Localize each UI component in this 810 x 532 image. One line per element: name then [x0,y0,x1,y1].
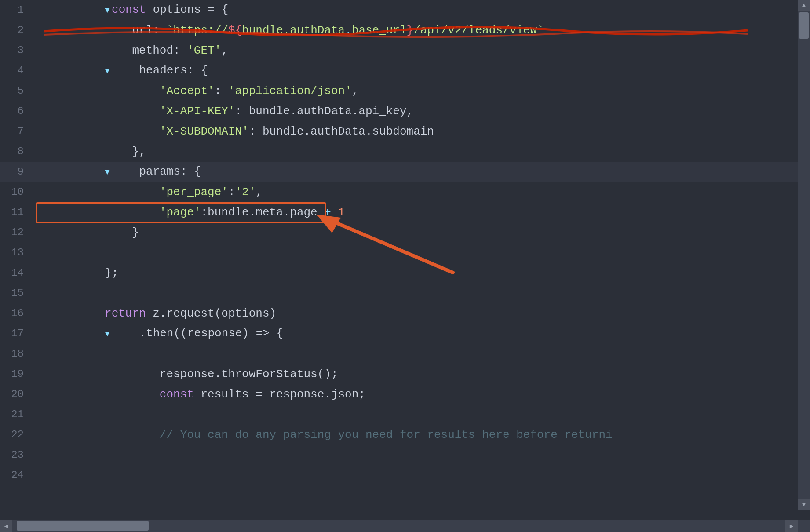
code-line-14: 14 }; [0,263,810,283]
code-line-12: 12 } [0,222,810,243]
code-area: 1 ▼const options = { 2 url: `https://${b… [0,0,810,532]
line-number-19: 19 [0,364,32,384]
line-number-23: 23 [0,445,32,465]
code-line-17: 17 ▼ .then((response) => { [0,324,810,344]
line-number-15: 15 [0,283,32,303]
line-number-14: 14 [0,263,32,283]
line-number-10: 10 [0,182,32,202]
line-number-21: 21 [0,404,32,425]
line-number-20: 20 [0,384,32,404]
line-number-17: 17 [0,324,32,344]
collapse-icon-17[interactable]: ▼ [105,329,110,339]
line-number-8: 8 [0,142,32,162]
line-number-24: 24 [0,465,32,485]
line-number-12: 12 [0,222,32,243]
code-lines: 1 ▼const options = { 2 url: `https://${b… [0,0,810,532]
code-line-23: 23 [0,445,810,465]
line-number-4: 4 [0,61,32,81]
code-line-20: 20 const results = response.json; [0,384,810,404]
vertical-scrollbar[interactable]: ▲ ▼ [798,0,810,510]
scroll-up-arrow[interactable]: ▲ [798,0,810,11]
line-number-2: 2 [0,20,32,40]
line-number-6: 6 [0,101,32,121]
line-number-5: 5 [0,81,32,101]
line-number-1: 1 [0,0,32,20]
kw-const20: const [105,388,201,401]
line-number-7: 7 [0,121,32,142]
scroll-left-arrow[interactable]: ◀ [0,520,12,532]
plain-then: .then((response) => { [112,327,283,340]
line-number-11: 11 [0,202,32,222]
line-number-16: 16 [0,303,32,324]
code-line-22: 22 // You can do any parsing you need fo… [0,425,810,445]
line-number-13: 13 [0,243,32,263]
line-number-9: 9 [0,162,32,182]
code-editor: 1 ▼const options = { 2 url: `https://${b… [0,0,810,532]
line-number-18: 18 [0,344,32,364]
plain-results: results = response.json; [201,388,365,401]
line-number-3: 3 [0,40,32,61]
plain-closeoptions: }; [105,266,118,280]
comment-22: // You can do any parsing you need for r… [105,428,613,441]
scrollbar-corner [798,520,810,532]
scroll-down-arrow[interactable]: ▼ [798,499,810,510]
code-line-24: 24 [0,465,810,485]
line-number-22: 22 [0,425,32,445]
scroll-thumb-h[interactable] [17,521,149,531]
plain-closebrace12: } [105,226,139,239]
scroll-right-arrow[interactable]: ▶ [785,520,798,532]
scroll-track-h[interactable] [12,520,785,532]
horizontal-scrollbar[interactable]: ◀ ▶ [0,520,798,532]
scroll-thumb-v[interactable] [799,12,809,39]
